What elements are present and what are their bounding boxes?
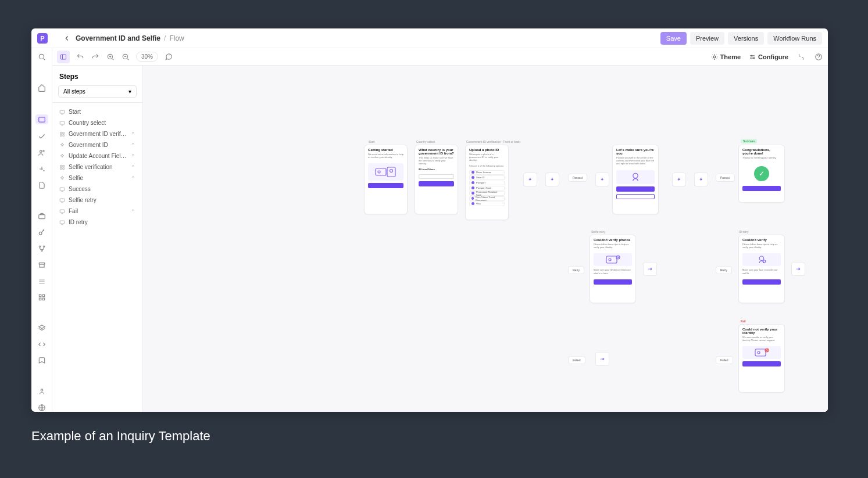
flows-icon[interactable] xyxy=(35,114,48,124)
svg-rect-13 xyxy=(39,298,41,300)
step-label: Government ID verificati… xyxy=(69,131,127,137)
theme-button[interactable]: Theme xyxy=(711,53,741,60)
steps-filter-select[interactable]: All steps ▾ xyxy=(58,85,137,98)
chevron-icon: ⌃ xyxy=(131,209,135,214)
connector-node[interactable]: ⇥ xyxy=(791,262,805,276)
step-item[interactable]: Fail⌃ xyxy=(52,206,142,217)
node-start[interactable]: Getting started We need some information… xyxy=(364,145,408,214)
card-button xyxy=(742,361,781,366)
zoom-in-icon[interactable] xyxy=(106,52,115,62)
svg-rect-37 xyxy=(60,221,65,224)
step-item[interactable]: Government ID verificati…⌃ xyxy=(52,128,142,139)
users-icon[interactable] xyxy=(37,149,47,157)
check-icon[interactable] xyxy=(37,132,47,141)
add-icon[interactable] xyxy=(37,165,47,173)
card-button xyxy=(742,186,781,191)
redo-icon[interactable] xyxy=(91,52,100,62)
configure-button[interactable]: Configure xyxy=(749,53,788,60)
node-upload[interactable]: Upload a photo ID We require a photo of … xyxy=(465,145,509,220)
help-icon[interactable] xyxy=(814,52,823,62)
step-item[interactable]: Government ID⌃ xyxy=(52,139,142,150)
svg-rect-43 xyxy=(606,256,617,263)
back-arrow-icon[interactable] xyxy=(63,34,71,42)
card-button xyxy=(742,279,781,285)
svg-rect-24 xyxy=(60,110,65,113)
preview-button[interactable]: Preview xyxy=(690,32,724,45)
connector-node[interactable]: ✦ xyxy=(595,172,609,186)
step-item[interactable]: Selfie⌃ xyxy=(52,172,142,184)
comment-icon[interactable] xyxy=(164,52,173,62)
svg-rect-38 xyxy=(376,168,386,175)
zoom-out-icon[interactable] xyxy=(121,52,130,62)
step-label: Fail xyxy=(69,208,78,214)
app-logo[interactable]: P xyxy=(37,33,48,44)
globe-icon[interactable] xyxy=(37,404,47,412)
connector-node[interactable]: ⇥ xyxy=(643,262,657,276)
book-icon[interactable] xyxy=(37,357,47,365)
zoom-badge[interactable]: 30% xyxy=(136,52,158,62)
team-icon[interactable] xyxy=(37,387,47,396)
step-item[interactable]: Country select xyxy=(52,117,142,128)
step-label: Update Account Fields fr… xyxy=(69,153,127,159)
id-option-row: Passport Card xyxy=(469,186,505,191)
step-item[interactable]: Update Account Fields fr…⌃ xyxy=(52,150,142,161)
step-item[interactable]: ID retry xyxy=(52,217,142,228)
search-icon[interactable] xyxy=(37,53,47,61)
chevron-down-icon: ▾ xyxy=(128,88,131,95)
flow-canvas[interactable]: Start Getting started We need some infor… xyxy=(143,66,828,412)
svg-rect-30 xyxy=(60,165,62,167)
briefcase-icon[interactable] xyxy=(37,212,47,220)
save-button[interactable]: Save xyxy=(660,32,687,45)
archive-icon[interactable] xyxy=(37,261,47,269)
node-fail[interactable]: Could not verify your identity We were u… xyxy=(738,324,785,393)
versions-button[interactable]: Versions xyxy=(728,32,764,45)
node-id-retry[interactable]: Couldn't verify Please follow these tips… xyxy=(738,235,785,303)
connector-node[interactable]: ✦ xyxy=(545,172,559,186)
connector-node[interactable]: ⇥ xyxy=(595,352,609,366)
step-item[interactable]: Selfie retry xyxy=(52,195,142,206)
id-option-row: Driver License xyxy=(469,170,505,175)
code-icon[interactable] xyxy=(37,340,47,348)
app-window: P Government ID and Selfie / Flow Save P… xyxy=(31,28,828,412)
svg-rect-10 xyxy=(39,264,44,267)
branch-icon[interactable] xyxy=(37,245,47,253)
node-country[interactable]: What country is your government ID from?… xyxy=(415,145,458,214)
svg-rect-34 xyxy=(60,188,65,191)
step-item[interactable]: Success xyxy=(52,184,142,195)
face-retry-icon xyxy=(742,253,781,266)
key-icon[interactable] xyxy=(37,228,47,236)
list-icon[interactable] xyxy=(37,277,47,285)
document-icon[interactable] xyxy=(37,181,47,189)
step-item[interactable]: Selfie verification⌃ xyxy=(52,161,142,172)
connector-node[interactable]: ✦ xyxy=(523,172,537,186)
connector-node[interactable]: ✦ xyxy=(694,172,708,186)
svg-point-42 xyxy=(633,173,638,178)
node-selfie-retry[interactable]: Couldn't verify photos Please follow the… xyxy=(590,235,636,303)
svg-rect-28 xyxy=(60,134,62,136)
node-label: Start xyxy=(369,140,375,143)
breadcrumb-root[interactable]: Government ID and Selfie xyxy=(76,34,160,42)
home-icon[interactable] xyxy=(37,84,47,92)
workflow-runs-button[interactable]: Workflow Runs xyxy=(767,32,822,45)
id-illustration-icon xyxy=(368,163,403,181)
node-success[interactable]: Congratulations, you're done! Thanks for… xyxy=(738,145,785,203)
steps-title: Steps xyxy=(52,73,142,85)
svg-rect-17 xyxy=(61,55,66,59)
step-item[interactable]: Start xyxy=(52,106,142,117)
step-type-icon xyxy=(59,220,65,225)
svg-rect-29 xyxy=(63,134,65,136)
step-label: Start xyxy=(69,109,81,115)
id-option-row: Non-Citizen Travel Document xyxy=(469,196,505,201)
left-icon-rail xyxy=(31,48,52,412)
toggle-panel-icon[interactable] xyxy=(57,51,70,63)
layers-icon[interactable] xyxy=(37,324,47,332)
connector-node[interactable]: ✦ xyxy=(672,172,686,186)
id-option-row: Permanent Resident Card xyxy=(469,191,505,196)
keyboard-icon[interactable] xyxy=(796,52,806,62)
svg-rect-25 xyxy=(60,121,65,124)
node-selfie[interactable]: Let's make sure you're you Position your… xyxy=(612,145,659,214)
id-option-row: State ID xyxy=(469,175,505,180)
svg-rect-1 xyxy=(38,117,45,121)
grid-icon[interactable] xyxy=(37,293,47,301)
undo-icon[interactable] xyxy=(76,52,85,62)
